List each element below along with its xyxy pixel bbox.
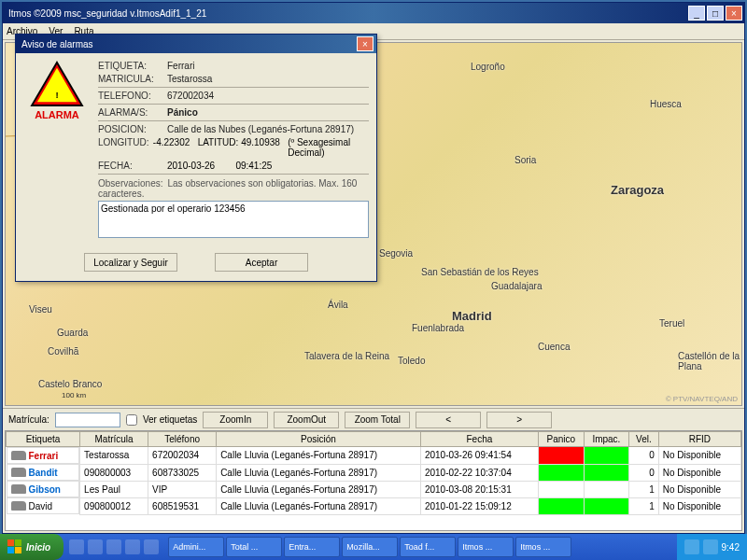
- cell-etiqueta: Gibson: [7, 481, 80, 497]
- col-header[interactable]: Vel.: [629, 432, 659, 447]
- alarm-word: ALARMA: [35, 109, 79, 120]
- val-telefono: 672002034: [167, 91, 369, 101]
- lbl-alarma: ALARMA/S:: [98, 107, 167, 118]
- map-city-label: Madrid: [452, 309, 492, 323]
- col-header[interactable]: Panico: [538, 432, 584, 447]
- alarm-dialog: Aviso de alarmas × ! ALARMA ETIQUETA:Fer…: [15, 34, 377, 282]
- zoomout-button[interactable]: ZoomOut: [274, 412, 339, 428]
- cell-etiqueta: David: [7, 497, 80, 514]
- vehicle-icon: [11, 501, 26, 511]
- cell-impac: [584, 497, 628, 514]
- cell-impac: [584, 447, 628, 465]
- tray-icon[interactable]: [703, 539, 718, 554]
- obs-textarea[interactable]: [98, 201, 369, 238]
- next-button[interactable]: >: [486, 412, 552, 428]
- map-city-label: Soria: [514, 155, 536, 165]
- close-button[interactable]: ×: [726, 6, 742, 21]
- map-city-label: Zaragoza: [611, 183, 664, 197]
- col-header[interactable]: Posición: [217, 432, 421, 447]
- ver-etiquetas-checkbox[interactable]: [126, 414, 137, 426]
- svg-rect-4: [15, 539, 21, 546]
- map-city-label: San Sebastián de los Reyes: [421, 267, 539, 277]
- map-city-label: Viseu: [29, 304, 52, 315]
- ql-icon[interactable]: [69, 539, 84, 554]
- ql-icon[interactable]: [144, 539, 159, 554]
- taskbar-task[interactable]: Admini...: [168, 537, 224, 557]
- start-label: Inicio: [26, 542, 50, 553]
- taskbar-task[interactable]: Mozilla...: [342, 537, 398, 557]
- cell: Les Paul: [80, 481, 148, 497]
- prev-button[interactable]: <: [416, 412, 481, 428]
- cell: Calle Lluvia (Leganés-Fortuna 28917): [217, 464, 421, 481]
- cell: Calle Lluvia (Leganés-Fortuna 28917): [217, 497, 421, 514]
- map-city-label: Talavera de la Reina: [304, 351, 389, 361]
- col-header[interactable]: Matrícula: [80, 432, 148, 447]
- system-tray[interactable]: 9:42: [677, 534, 747, 560]
- col-header[interactable]: RFID: [658, 432, 740, 447]
- zoomin-button[interactable]: ZoomIn: [203, 412, 268, 428]
- svg-text:!: !: [55, 90, 58, 100]
- cell: 672002034: [148, 447, 217, 465]
- dialog-title: Aviso de alarmas: [21, 39, 357, 49]
- col-header[interactable]: Impac.: [584, 432, 628, 447]
- cell-panico: [538, 447, 584, 465]
- lbl-fecha: FECHA:: [98, 161, 167, 171]
- tray-icon[interactable]: [684, 539, 699, 554]
- lbl-obs: Observaciones:: [98, 178, 162, 189]
- matricula-label: Matrícula:: [8, 414, 49, 425]
- lbl-posicion: POSICION:: [98, 124, 167, 134]
- matricula-input[interactable]: [55, 413, 120, 427]
- taskbar: Inicio Admini...Total ...Entra...Mozilla…: [0, 534, 747, 560]
- map-attribution: © PTV/NAVTEQ/AND: [666, 395, 738, 403]
- col-header[interactable]: Teléfono: [148, 432, 217, 447]
- taskbar-task[interactable]: Itmos ...: [458, 537, 514, 557]
- ql-icon[interactable]: [106, 539, 121, 554]
- localizar-button[interactable]: Localizar y Seguir: [84, 253, 177, 272]
- start-button[interactable]: Inicio: [0, 534, 63, 560]
- ql-icon[interactable]: [125, 539, 140, 554]
- controls-row: Matrícula: Ver etiquetas ZoomIn ZoomOut …: [3, 408, 744, 430]
- taskbar-task[interactable]: Total ...: [226, 537, 282, 557]
- taskbar-task[interactable]: Toad f...: [400, 537, 456, 557]
- dialog-close-button[interactable]: ×: [357, 36, 374, 51]
- vehicle-icon: [11, 451, 26, 460]
- dialog-titlebar[interactable]: Aviso de alarmas ×: [16, 35, 376, 53]
- cell-impac: [584, 464, 628, 481]
- ql-icon[interactable]: [88, 539, 103, 554]
- map-city-label: Guadalajara: [491, 281, 542, 291]
- table-row[interactable]: FerrariTestarossa672002034Calle Lluvia (…: [7, 447, 741, 465]
- cell-panico: [538, 481, 584, 497]
- vehicle-icon: [11, 484, 26, 494]
- zoomtotal-button[interactable]: Zoom Total: [345, 412, 410, 428]
- table-row[interactable]: Bandit090800003608733025Calle Lluvia (Le…: [7, 464, 741, 481]
- val-etiqueta: Ferrari: [167, 61, 369, 71]
- map-city-label: Fuenlabrada: [412, 323, 464, 333]
- table-row[interactable]: GibsonLes PaulVIPCalle Lluvia (Leganés-F…: [7, 481, 741, 497]
- vehicle-grid[interactable]: EtiquetaMatrículaTeléfonoPosiciónFechaPa…: [5, 430, 742, 531]
- cell-etiqueta: Bandit: [7, 464, 80, 481]
- titlebar[interactable]: Itmos ©2009 msc_seguridad v.ItmosAdif1_1…: [3, 3, 744, 23]
- cell-vel: 0: [629, 447, 659, 465]
- map-scale: 100 km: [62, 391, 86, 399]
- map-city-label: Covilhã: [48, 346, 78, 357]
- cell: 2010-02-22 10:37:04: [420, 464, 538, 481]
- cell: Calle Lluvia (Leganés-Fortuna 28917): [217, 481, 421, 497]
- taskbar-tasks: Admini...Total ...Entra...Mozilla...Toad…: [164, 537, 676, 557]
- val-matricula: Testarossa: [167, 74, 369, 84]
- minimize-button[interactable]: _: [688, 6, 705, 21]
- maximize-button[interactable]: □: [707, 6, 724, 21]
- cell-etiqueta: Ferrari: [7, 447, 80, 464]
- clock: 9:42: [722, 542, 740, 553]
- cell-vel: 1: [629, 481, 659, 497]
- taskbar-task[interactable]: Entra...: [284, 537, 340, 557]
- cell-rfid: No Disponible: [658, 481, 740, 497]
- quicklaunch: [63, 539, 164, 554]
- aceptar-button[interactable]: Aceptar: [215, 253, 308, 272]
- map-city-label: Cuenca: [538, 342, 570, 352]
- col-header[interactable]: Fecha: [420, 432, 538, 447]
- taskbar-task[interactable]: Itmos ...: [515, 537, 571, 557]
- col-header[interactable]: Etiqueta: [7, 432, 80, 447]
- cell: VIP: [148, 481, 217, 497]
- cell-vel: 1: [629, 497, 659, 514]
- table-row[interactable]: David090800012608519531Calle Lluvia (Leg…: [7, 497, 741, 514]
